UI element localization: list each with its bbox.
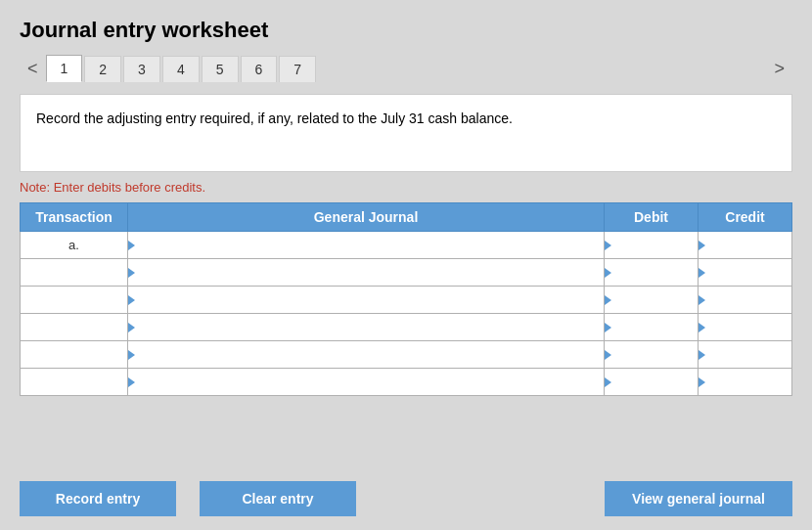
instruction-text: Record the adjusting entry required, if … [36, 110, 513, 126]
tab-4[interactable]: 4 [162, 56, 200, 82]
triangle-icon [699, 268, 705, 278]
cell-debit[interactable] [605, 232, 699, 259]
tabs-list: 1234567 [46, 55, 767, 82]
cell-transaction [21, 314, 128, 341]
cell-credit[interactable] [699, 287, 792, 314]
cell-credit[interactable] [699, 341, 792, 369]
page-title: Journal entry worksheet [20, 18, 792, 43]
triangle-icon [699, 377, 705, 387]
cell-transaction [21, 341, 128, 369]
cell-debit[interactable] [605, 369, 699, 396]
cell-transaction [21, 259, 128, 287]
buttons-row: Record entry Clear entry View general jo… [20, 481, 792, 516]
triangle-icon [128, 295, 135, 305]
tab-6[interactable]: 6 [241, 56, 278, 82]
cell-transaction [21, 287, 128, 314]
cell-debit[interactable] [605, 259, 699, 287]
header-credit: Credit [699, 203, 792, 232]
tab-7[interactable]: 7 [279, 56, 316, 82]
triangle-icon [128, 268, 135, 278]
table-row: a. [21, 232, 792, 259]
clear-entry-button[interactable]: Clear entry [200, 481, 356, 516]
cell-general-journal[interactable] [128, 341, 605, 369]
table-row [21, 287, 792, 314]
header-transaction: Transaction [21, 203, 128, 232]
tab-5[interactable]: 5 [202, 56, 239, 82]
view-general-journal-button[interactable]: View general journal [605, 481, 792, 516]
header-general-journal: General Journal [128, 203, 605, 232]
journal-table: Transaction General Journal Debit Credit… [20, 202, 792, 396]
note-text: Note: Enter debits before credits. [20, 180, 792, 195]
tabs-row: < 1234567 > [20, 55, 792, 82]
table-row [21, 259, 792, 287]
triangle-icon [128, 241, 135, 250]
triangle-icon [128, 323, 135, 332]
nav-left-arrow[interactable]: < [20, 56, 46, 81]
cell-credit[interactable] [699, 369, 792, 396]
cell-general-journal[interactable] [128, 287, 605, 314]
table-row [21, 341, 792, 369]
table-row [21, 369, 792, 396]
triangle-icon [605, 377, 611, 387]
cell-debit[interactable] [605, 341, 699, 369]
cell-transaction: a. [21, 232, 128, 259]
main-container: Journal entry worksheet < 1234567 > Reco… [0, 0, 812, 530]
tab-1[interactable]: 1 [46, 55, 83, 82]
record-entry-button[interactable]: Record entry [20, 481, 176, 516]
header-debit: Debit [605, 203, 699, 232]
triangle-icon [699, 323, 705, 332]
triangle-icon [605, 323, 611, 332]
cell-general-journal[interactable] [128, 232, 605, 259]
cell-general-journal[interactable] [128, 369, 605, 396]
tab-3[interactable]: 3 [123, 56, 160, 82]
triangle-icon [699, 241, 705, 250]
tab-2[interactable]: 2 [84, 56, 121, 82]
cell-credit[interactable] [699, 259, 792, 287]
cell-credit[interactable] [699, 232, 792, 259]
triangle-icon [605, 268, 611, 278]
table-row [21, 314, 792, 341]
instruction-box: Record the adjusting entry required, if … [20, 94, 792, 172]
table-header-row: Transaction General Journal Debit Credit [21, 203, 792, 232]
triangle-icon [605, 241, 611, 250]
cell-transaction [21, 369, 128, 396]
triangle-icon [605, 350, 611, 360]
cell-general-journal[interactable] [128, 259, 605, 287]
cell-debit[interactable] [605, 287, 699, 314]
cell-debit[interactable] [605, 314, 699, 341]
triangle-icon [699, 350, 705, 360]
cell-credit[interactable] [699, 314, 792, 341]
triangle-icon [605, 295, 611, 305]
triangle-icon [699, 295, 705, 305]
triangle-icon [128, 350, 135, 360]
nav-right-arrow[interactable]: > [766, 56, 792, 81]
cell-general-journal[interactable] [128, 314, 605, 341]
triangle-icon [128, 377, 135, 387]
